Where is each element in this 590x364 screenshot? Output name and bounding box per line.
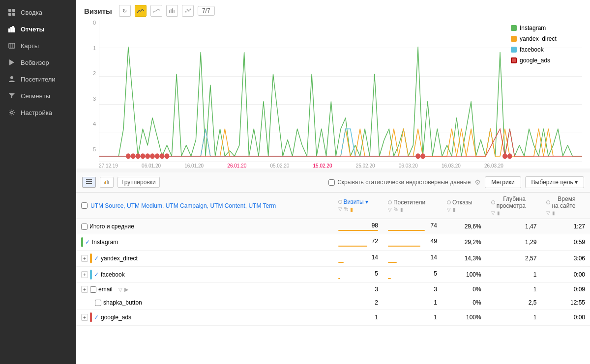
yandex-expand-button[interactable]: + [81, 255, 88, 262]
bounces-header-top: Отказы [447, 199, 481, 206]
facebook-check[interactable]: ✓ [94, 271, 99, 278]
chart-icon-depth[interactable]: ▮ [497, 210, 500, 216]
sidebar-label-maps: Карты [21, 42, 39, 50]
filter-icon-visitors[interactable]: ▽ [388, 207, 392, 212]
sidebar-label-webvisor: Вебвизор [21, 59, 49, 66]
email-expand-button[interactable]: + [81, 286, 88, 293]
smooth-chart-button[interactable] [150, 5, 162, 17]
play-icon [8, 58, 16, 66]
radio-dot-bounces [447, 200, 451, 204]
instagram-check[interactable]: ✓ [85, 239, 90, 246]
yandex-check[interactable]: ✓ [94, 255, 99, 262]
settings-icon[interactable]: ⚙ [474, 178, 481, 186]
svg-rect-1 [12, 9, 15, 12]
chart-icon-visits[interactable]: ▮ [350, 206, 353, 213]
facebook-label-cell: + ✓ facebook [76, 267, 333, 283]
shapka-checkbox[interactable] [95, 300, 101, 306]
chart-legend: Instagram yandex_direct facebook google_… [506, 20, 582, 69]
total-checkbox[interactable] [81, 224, 88, 230]
instagram-label: Instagram [92, 239, 118, 246]
email-checkbox[interactable] [90, 286, 96, 293]
groupings-button[interactable]: Группировки [118, 177, 160, 188]
legend-color-facebook [511, 47, 517, 53]
shapka-row-label: shapka_button [81, 299, 328, 306]
col-header-bounces[interactable]: Отказы ▽ ▮ [442, 193, 486, 219]
time-col-label: Времяна сайте [552, 196, 575, 209]
filter-icon-visits[interactable]: ▽ [338, 206, 342, 213]
google-expand-button[interactable]: + [81, 314, 88, 321]
visitors-col-sub: ▽ % ▮ [388, 207, 437, 212]
total-visitors: 74 [383, 219, 442, 234]
col-header-visitors[interactable]: Посетители ▽ % ▮ [383, 193, 442, 219]
sidebar-label-reports: Отчеты [21, 26, 45, 33]
svg-marker-11 [9, 59, 14, 65]
facebook-expand-button[interactable]: + [81, 271, 88, 278]
sidebar-item-segments[interactable]: Сегменты [0, 87, 76, 104]
svg-point-18 [185, 11, 186, 13]
email-play-icon[interactable]: ▶ [124, 286, 128, 293]
bounces-col-label: Отказы [452, 199, 472, 206]
refresh-button[interactable]: ↻ [119, 5, 131, 17]
percent-icon-visitors[interactable]: % [394, 207, 398, 212]
svg-point-22 [126, 153, 131, 159]
chart-icon-bounces[interactable]: ▮ [453, 207, 456, 212]
table-row: + ✓ google_ads 1 1 100% 1 0:00 [76, 309, 590, 326]
email-bounces: 0% [442, 283, 486, 296]
visitors-header-top: Посетители [388, 199, 437, 206]
percent-icon-visits[interactable]: % [344, 206, 349, 213]
yandex-visits-bar [338, 262, 344, 263]
col-header-source: UTM Source, UTM Medium, UTM Campaign, UT… [76, 193, 333, 219]
instagram-time: 0:59 [541, 234, 590, 251]
email-label-cell: + email ▽ ▶ [76, 283, 333, 296]
hide-unreliable-checkbox-label[interactable]: Скрывать статистически недостоверные дан… [328, 179, 471, 186]
chart-view-button[interactable] [100, 177, 114, 188]
sidebar-item-webvisor[interactable]: Вебвизор [0, 54, 76, 71]
col-header-visits[interactable]: Визиты ▾ ▽ % ▮ [333, 193, 383, 219]
shapka-depth: 2,5 [486, 296, 542, 309]
hide-unreliable-checkbox[interactable] [328, 179, 335, 186]
yandex-visits: 14 [333, 251, 383, 267]
chart-icon-visitors[interactable]: ▮ [400, 207, 403, 212]
filter-badge[interactable]: 7/7 [198, 6, 215, 16]
legend-yandex: yandex_direct [511, 35, 577, 42]
sidebar-item-overview[interactable]: Сводка [0, 4, 76, 21]
legend-google: google_ads [511, 57, 577, 64]
select-all-checkbox[interactable] [81, 202, 88, 209]
yandex-time: 3:06 [541, 251, 590, 267]
google-label-cell: + ✓ google_ads [76, 309, 333, 326]
sidebar-item-settings[interactable]: Настройка [0, 104, 76, 121]
sidebar-item-maps[interactable]: Карты [0, 37, 76, 54]
goal-select-button[interactable]: Выберите цель ▾ [525, 176, 584, 188]
google-check[interactable]: ✓ [94, 314, 99, 321]
col-header-depth[interactable]: Глубинапросмотра ▽ ▮ [486, 193, 542, 219]
svg-point-29 [160, 153, 165, 159]
line-chart-button[interactable] [135, 5, 147, 17]
col-header-time[interactable]: Времяна сайте ▽ ▮ [541, 193, 590, 219]
filter-icon-depth[interactable]: ▽ [491, 210, 495, 216]
google-color-bar [90, 312, 92, 322]
total-visits-bar [338, 230, 378, 231]
metrics-button[interactable]: Метрики [485, 176, 521, 188]
filter-icon-time[interactable]: ▽ [546, 210, 550, 216]
svg-point-31 [415, 153, 420, 159]
total-label: Итого и средние [81, 223, 328, 230]
sidebar-item-visitors[interactable]: Посетители [0, 71, 76, 87]
filter-icon-bounces[interactable]: ▽ [447, 207, 451, 212]
dot-chart-button[interactable] [182, 5, 194, 17]
svg-rect-8 [9, 43, 15, 48]
table-view-button[interactable] [82, 177, 96, 188]
facebook-visitors: 5 [383, 267, 442, 283]
visits-col-sub: ▽ % ▮ [338, 206, 378, 213]
chart-icon-time[interactable]: ▮ [552, 210, 555, 216]
email-filter-icon[interactable]: ▽ [118, 287, 122, 292]
facebook-color-bar [90, 270, 92, 280]
facebook-bounces: 100% [442, 267, 486, 283]
shapka-visits: 2 [333, 296, 383, 309]
bar-chart-button[interactable] [166, 5, 178, 17]
legend-label-google: google_ads [520, 57, 550, 64]
google-time: 0:00 [541, 309, 590, 326]
sidebar-item-reports[interactable]: Отчеты [0, 21, 76, 37]
total-visitors-bar [388, 230, 425, 231]
filter-icon [8, 92, 16, 100]
google-depth: 1 [486, 309, 542, 326]
